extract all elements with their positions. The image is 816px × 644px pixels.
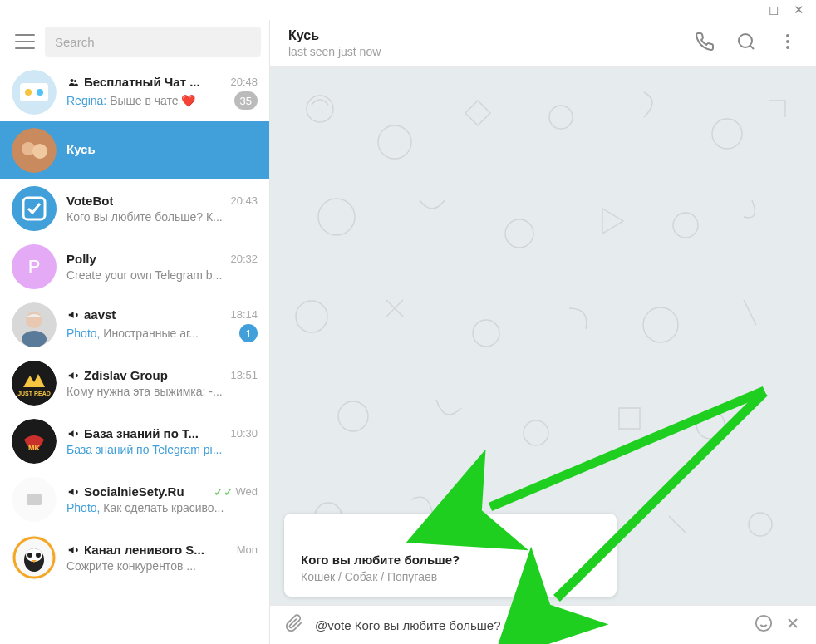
maximize-icon[interactable]: ◻ (769, 2, 779, 17)
avatar: MK (12, 419, 57, 464)
chat-time: 10:30 (230, 427, 258, 440)
chat-preview: Сожрите конкурентов ... (66, 559, 196, 573)
sidebar: Search Бесплатный Чат ...20:48Regina: Вы… (0, 20, 270, 644)
chat-name: Zdislav Group (66, 368, 168, 382)
svg-point-4 (71, 79, 74, 82)
chat-list-item[interactable]: VoteBot20:43Кого вы любите больше? К... (0, 179, 269, 238)
chat-list-item[interactable]: P Polly20:32Create your own Telegram b..… (0, 238, 269, 296)
svg-point-32 (378, 125, 411, 159)
chat-header: Кусь last seen just now (270, 20, 816, 67)
svg-point-42 (524, 420, 548, 445)
avatar: JUST READ (12, 361, 57, 406)
svg-point-34 (712, 119, 742, 149)
svg-point-37 (673, 213, 698, 238)
svg-text:JUST READ: JUST READ (17, 391, 51, 396)
svg-point-41 (338, 401, 368, 431)
chat-name: VoteBot (66, 194, 113, 208)
svg-point-28 (786, 34, 789, 37)
chat-time: 20:43 (230, 194, 258, 207)
svg-rect-1 (20, 83, 48, 101)
avatar (12, 302, 57, 347)
minimize-icon[interactable]: — (741, 3, 754, 17)
chat-background (270, 67, 816, 580)
chat-title: Кусь (288, 28, 695, 43)
chat-list-item[interactable]: Кусь (0, 121, 269, 179)
chat-time: 20:32 (230, 253, 258, 265)
avatar (12, 477, 57, 522)
svg-point-35 (318, 199, 355, 235)
svg-point-40 (643, 307, 678, 342)
svg-point-24 (27, 553, 32, 558)
svg-point-33 (549, 106, 573, 129)
chat-name: Бесплатный Чат ... (66, 75, 200, 89)
chat-preview: Кого вы любите больше? К... (66, 210, 223, 224)
chat-list-item[interactable]: SocialnieSety.Ru✓✓ WedPhoto, Как сделать… (0, 470, 269, 528)
close-icon[interactable]: ✕ (794, 2, 804, 17)
chat-list-item[interactable]: MK База знаний по Т...10:30База знаний п… (0, 412, 269, 470)
message-composer: @vote Кого вы любите больше? (270, 605, 816, 644)
svg-point-2 (25, 89, 32, 96)
svg-point-30 (786, 46, 789, 49)
chat-name: База знаний по Т... (66, 426, 199, 440)
call-icon[interactable] (695, 32, 715, 55)
chat-time: 13:51 (230, 369, 258, 381)
popup-question: Кого вы любите больше? (301, 553, 600, 567)
svg-point-13 (22, 331, 47, 347)
chat-time: 20:48 (230, 76, 258, 88)
menu-button[interactable] (15, 34, 35, 49)
attach-icon[interactable] (285, 614, 303, 636)
avatar (12, 70, 57, 115)
svg-point-46 (749, 513, 772, 536)
svg-point-5 (74, 80, 76, 82)
svg-line-27 (750, 46, 754, 49)
chat-time: 18:14 (230, 308, 258, 321)
svg-point-43 (696, 410, 725, 439)
more-icon[interactable] (778, 32, 798, 55)
chat-list-item[interactable]: Бесплатный Чат ...20:48Regina: Выше в ча… (0, 63, 269, 121)
chat-preview: Кому нужна эта выжимка: -... (66, 385, 223, 398)
svg-point-26 (739, 34, 752, 47)
chat-body: Create ne Кого вы любите больше? Кошек /… (270, 67, 816, 605)
chat-name: Канал ленивого S... (66, 543, 204, 557)
svg-point-36 (505, 219, 533, 248)
inline-popup[interactable]: Create ne Кого вы любите больше? Кошек /… (284, 514, 617, 597)
chat-preview: Regina: Выше в чате ❤️ (66, 94, 196, 107)
search-chat-icon[interactable] (736, 32, 756, 55)
window-titlebar: — ◻ ✕ (0, 0, 816, 20)
svg-text:MK: MK (28, 444, 40, 452)
popup-options: Кошек / Собак / Попугаев (301, 570, 600, 583)
chat-list-item[interactable]: JUST READ Zdislav Group13:51Кому нужна э… (0, 354, 269, 412)
svg-rect-9 (12, 186, 57, 231)
avatar (12, 128, 57, 173)
avatar (12, 186, 57, 231)
chat-name: Кусь (66, 142, 96, 156)
chat-header-info[interactable]: Кусь last seen just now (288, 28, 695, 58)
chat-name: Polly (66, 252, 96, 266)
svg-point-25 (36, 553, 41, 558)
chat-preview: База знаний по Telegram pi... (66, 443, 222, 456)
chat-preview: Photo, Иностранные аг... (66, 327, 199, 340)
svg-point-29 (786, 40, 789, 43)
chat-status: last seen just now (288, 45, 695, 58)
composer-input[interactable]: @vote Кого вы любите больше? (315, 618, 743, 632)
svg-point-8 (32, 144, 47, 159)
chat-list-item[interactable]: Канал ленивого S...MonСожрите конкуренто… (0, 528, 269, 587)
emoji-icon[interactable] (755, 614, 773, 636)
chat-time: ✓✓ Wed (214, 485, 258, 499)
popup-action-title: Create ne (301, 527, 600, 541)
avatar (12, 535, 57, 580)
cancel-icon[interactable] (784, 615, 801, 635)
svg-point-47 (756, 616, 771, 631)
unread-badge: 35 (234, 91, 258, 110)
svg-rect-19 (27, 494, 42, 505)
chat-name: aavst (66, 307, 116, 322)
chat-name: SocialnieSety.Ru (66, 484, 184, 499)
svg-point-38 (296, 301, 327, 332)
chat-time: Mon (237, 543, 258, 556)
chat-list-item[interactable]: aavst18:14Photo, Иностранные аг...1 (0, 296, 269, 354)
search-input[interactable]: Search (45, 27, 261, 57)
svg-point-3 (37, 89, 43, 96)
chat-list: Бесплатный Чат ...20:48Regina: Выше в ча… (0, 63, 269, 644)
main-panel: Кусь last seen just now (270, 20, 816, 644)
svg-point-39 (473, 320, 499, 347)
